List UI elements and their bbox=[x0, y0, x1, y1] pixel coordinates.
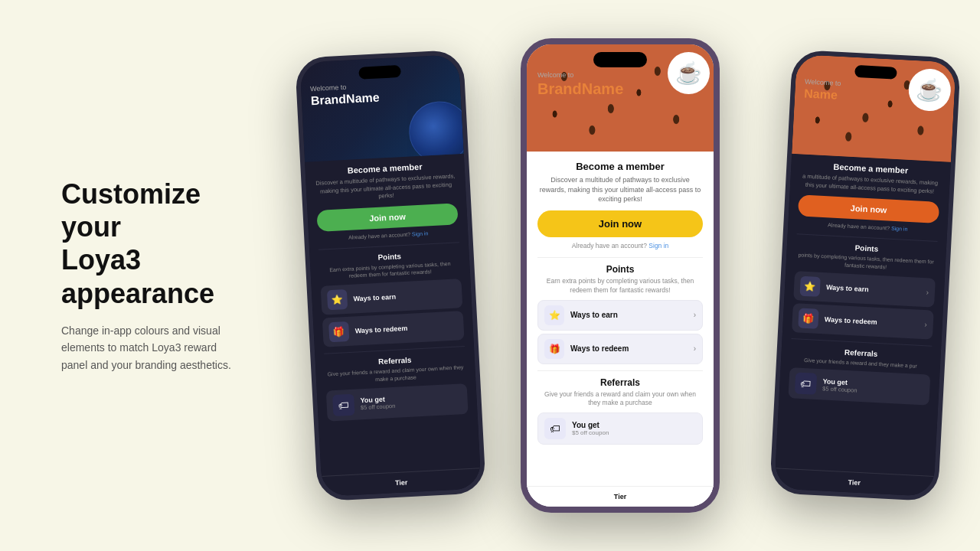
member-desc-center: Discover a multitude of pathways to excl… bbox=[537, 175, 703, 204]
brand-name-right: Name bbox=[804, 87, 841, 103]
phone-right: ☕ Welcome to Name Become a member a mult… bbox=[769, 50, 961, 502]
notch-left bbox=[358, 65, 401, 80]
coffee-cup-center: ☕ bbox=[668, 52, 710, 94]
divider1-left bbox=[318, 242, 459, 250]
ways-earn-center[interactable]: ⭐ Ways to earn › bbox=[537, 300, 703, 331]
earn-chevron-right: › bbox=[926, 288, 929, 296]
divider2-left bbox=[324, 346, 465, 354]
signin-right: Already have an account? Sign in bbox=[797, 220, 938, 233]
referrals-section-right: Referrals Give your friends a reward and… bbox=[788, 345, 931, 406]
earn-icon-left: ⭐ bbox=[327, 289, 348, 310]
member-desc-left: Discover a multitude of pathways to excl… bbox=[315, 172, 456, 204]
earn-chevron-center: › bbox=[694, 311, 696, 319]
join-btn-right[interactable]: Join now bbox=[798, 194, 939, 223]
you-get-right: 🏷 You get $5 off coupon bbox=[788, 367, 930, 406]
referrals-section-center: Referrals Give your friends a reward and… bbox=[537, 377, 703, 445]
welcome-text-right: Welcome to bbox=[805, 78, 841, 87]
signin-left: Already have an account? Sign in bbox=[318, 229, 459, 242]
ways-redeem-right[interactable]: 🎁 Ways to redeem › bbox=[792, 303, 934, 340]
join-btn-center[interactable]: Join now bbox=[537, 210, 703, 237]
coupon-icon-right: 🏷 bbox=[795, 373, 817, 395]
phone-right-content: Become a member a multitude of pathways … bbox=[774, 154, 951, 497]
divider1-center bbox=[537, 257, 703, 258]
redeem-icon-center: 🎁 bbox=[544, 339, 564, 359]
brand-name-left: BrandName bbox=[310, 90, 380, 108]
phones-container: Welcome to BrandName Become a member Dis… bbox=[260, 0, 980, 551]
phone-center: ☕ Welcome to BrandName Become a member D… bbox=[521, 38, 720, 513]
you-get-center: 🏷 You get $5 off coupon bbox=[537, 412, 703, 445]
earn-icon-right: ⭐ bbox=[800, 276, 821, 296]
globe-icon bbox=[407, 99, 464, 161]
sub-text: Change in-app colours and visual element… bbox=[61, 322, 245, 373]
left-section: Customize your Loya3 appearance Change i… bbox=[0, 178, 260, 373]
divider1-right bbox=[797, 233, 938, 242]
ways-redeem-center[interactable]: 🎁 Ways to redeem › bbox=[537, 334, 703, 364]
tier-bar-center: Tier bbox=[527, 486, 714, 507]
ways-redeem-left[interactable]: 🎁 Ways to redeem bbox=[322, 311, 465, 347]
redeem-chevron-right: › bbox=[924, 320, 927, 328]
ways-earn-right[interactable]: ⭐ Ways to earn › bbox=[793, 271, 936, 308]
ways-earn-left[interactable]: ⭐ Ways to earn bbox=[321, 279, 463, 315]
coupon-icon-left: 🏷 bbox=[332, 393, 354, 416]
redeem-chevron-center: › bbox=[694, 344, 696, 353]
redeem-icon-right: 🎁 bbox=[798, 308, 818, 328]
main-heading: Customize your Loya3 appearance bbox=[61, 178, 245, 310]
phone-left-content: Become a member Discover a multitude of … bbox=[305, 154, 482, 497]
member-desc-right: a multitude of pathways to exclusive rew… bbox=[799, 172, 941, 196]
divider2-right bbox=[792, 338, 933, 347]
join-btn-left[interactable]: Join now bbox=[316, 203, 458, 232]
points-section-right: Points points by completing various task… bbox=[792, 240, 937, 339]
become-member-center: Become a member bbox=[537, 161, 703, 172]
coupon-icon-center: 🏷 bbox=[544, 418, 566, 439]
you-get-left: 🏷 You get $5 off coupon bbox=[326, 383, 469, 422]
points-section-left: Points Earn extra points by completing v… bbox=[319, 249, 465, 347]
notch-center bbox=[593, 52, 647, 67]
referrals-section-left: Referrals Give your friends a reward and… bbox=[325, 353, 469, 421]
divider2-center bbox=[537, 370, 703, 371]
signin-center: Already have an account? Sign in bbox=[537, 242, 703, 249]
phone-center-content: Become a member Discover a multitude of … bbox=[527, 152, 714, 513]
welcome-text-center: Welcome to bbox=[537, 71, 623, 79]
brand-name-center: BrandName bbox=[537, 80, 623, 98]
redeem-icon-left: 🎁 bbox=[328, 321, 349, 342]
points-section-center: Points Earn extra points by completing v… bbox=[537, 264, 703, 364]
earn-icon-center: ⭐ bbox=[544, 305, 564, 325]
phone-left: Welcome to BrandName Become a member Dis… bbox=[295, 50, 486, 502]
notch-right bbox=[854, 65, 897, 80]
